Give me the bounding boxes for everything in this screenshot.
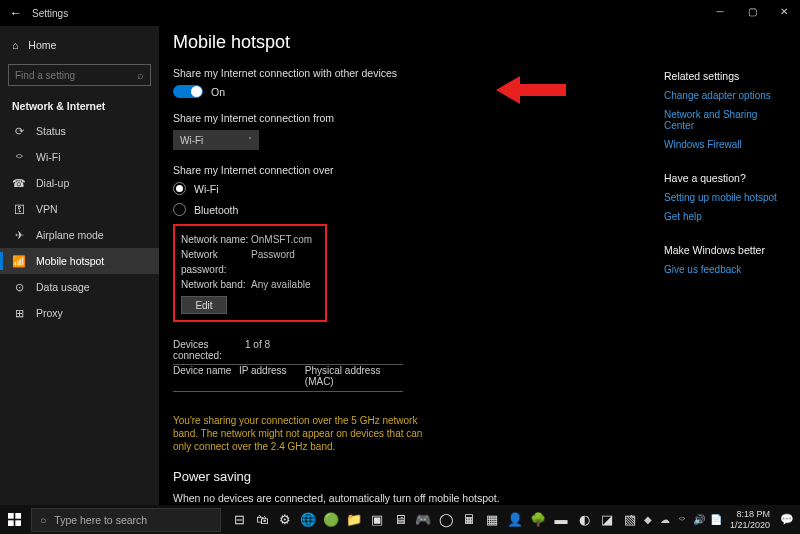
tray-app-icon[interactable]: ◆ bbox=[641, 505, 656, 534]
svg-marker-0 bbox=[496, 76, 566, 104]
tray-chevron-icon[interactable]: ˄ bbox=[624, 505, 639, 534]
from-dropdown[interactable]: Wi-Fi ˅ bbox=[173, 130, 259, 150]
col-ip: IP address bbox=[239, 365, 305, 387]
app4-icon[interactable]: 🌳 bbox=[527, 505, 549, 534]
window-titlebar: ← Settings ─ ▢ ✕ bbox=[0, 0, 800, 26]
sidebar-item-label: Wi-Fi bbox=[36, 151, 61, 163]
taskbar-search-placeholder: Type here to search bbox=[54, 514, 147, 526]
network-name-value: OnMSFT.com bbox=[251, 232, 312, 247]
hotspot-icon: 📶 bbox=[12, 255, 26, 268]
sidebar-item-status[interactable]: ⟳ Status bbox=[0, 118, 159, 144]
link-feedback[interactable]: Give us feedback bbox=[664, 264, 786, 275]
tray-volume-icon[interactable]: 🔊 bbox=[692, 505, 707, 534]
link-adapter-options[interactable]: Change adapter options bbox=[664, 90, 786, 101]
proxy-icon: ⊞ bbox=[12, 307, 26, 320]
task-view-icon[interactable]: ⊟ bbox=[228, 505, 250, 534]
link-setup-hotspot[interactable]: Setting up mobile hotspot bbox=[664, 192, 786, 203]
sidebar-item-label: Mobile hotspot bbox=[36, 255, 104, 267]
search-icon: ○ bbox=[40, 514, 46, 526]
back-icon[interactable]: ← bbox=[10, 6, 22, 20]
main-content: Mobile hotspot Share my Internet connect… bbox=[159, 26, 800, 505]
app7-icon[interactable]: ◪ bbox=[596, 505, 618, 534]
notifications-icon[interactable]: 💬 bbox=[776, 513, 798, 526]
from-dropdown-value: Wi-Fi bbox=[180, 135, 203, 146]
edge-icon[interactable]: 🌐 bbox=[297, 505, 319, 534]
right-column: Related settings Change adapter options … bbox=[664, 70, 786, 283]
power-saving-label: When no devices are connected, automatic… bbox=[173, 492, 786, 504]
radio-label: Bluetooth bbox=[194, 204, 238, 216]
taskbar-time: 8:18 PM bbox=[730, 509, 770, 520]
edge-dev-icon[interactable]: 🟢 bbox=[320, 505, 342, 534]
app5-icon[interactable]: ▬ bbox=[550, 505, 572, 534]
sidebar-item-hotspot[interactable]: 📶 Mobile hotspot bbox=[0, 248, 159, 274]
maximize-button[interactable]: ▢ bbox=[736, 0, 768, 22]
col-mac: Physical address (MAC) bbox=[305, 365, 403, 387]
sidebar-item-proxy[interactable]: ⊞ Proxy bbox=[0, 300, 159, 326]
tray-onedrive-icon[interactable]: ☁ bbox=[658, 505, 673, 534]
sidebar-item-label: Status bbox=[36, 125, 66, 137]
page-title: Mobile hotspot bbox=[173, 32, 786, 53]
link-get-help[interactable]: Get help bbox=[664, 211, 786, 222]
app6-icon[interactable]: ◐ bbox=[573, 505, 595, 534]
close-button[interactable]: ✕ bbox=[768, 0, 800, 22]
search-icon: ⌕ bbox=[137, 69, 144, 81]
sidebar-item-label: Dial-up bbox=[36, 177, 69, 189]
window-title: Settings bbox=[32, 8, 68, 19]
terminal-icon[interactable]: ▣ bbox=[366, 505, 388, 534]
edit-button[interactable]: Edit bbox=[181, 296, 227, 314]
calc-icon[interactable]: 🖩 bbox=[458, 505, 480, 534]
wifi-icon: ⌔ bbox=[12, 151, 26, 163]
taskbar-date: 1/21/2020 bbox=[730, 520, 770, 531]
tray-network-icon[interactable]: ⌔ bbox=[675, 505, 690, 534]
sidebar-section-title: Network & Internet bbox=[0, 92, 159, 118]
dialup-icon: ☎ bbox=[12, 177, 26, 190]
link-firewall[interactable]: Windows Firewall bbox=[664, 139, 786, 150]
start-button[interactable] bbox=[0, 505, 28, 534]
sidebar-item-vpn[interactable]: ⚿ VPN bbox=[0, 196, 159, 222]
band-warning: You're sharing your connection over the … bbox=[173, 414, 423, 453]
app3-icon[interactable]: 👤 bbox=[504, 505, 526, 534]
question-heading: Have a question? bbox=[664, 172, 786, 184]
settings-icon[interactable]: ⚙ bbox=[274, 505, 296, 534]
airplane-icon: ✈ bbox=[12, 229, 26, 242]
svg-rect-1 bbox=[8, 513, 14, 519]
home-icon: ⌂ bbox=[12, 39, 18, 51]
sidebar-home[interactable]: ⌂ Home bbox=[0, 32, 159, 58]
radio-icon bbox=[173, 203, 186, 216]
store-icon[interactable]: 🛍 bbox=[251, 505, 273, 534]
taskbar-pinned: ⊟ 🛍 ⚙ 🌐 🟢 📁 ▣ 🖥 🎮 ◯ 🖩 ▦ 👤 🌳 ▬ ◐ ◪ ▧ bbox=[228, 505, 641, 534]
search-input[interactable] bbox=[15, 70, 115, 81]
sidebar-home-label: Home bbox=[28, 39, 56, 51]
taskbar-search[interactable]: ○ Type here to search bbox=[31, 508, 221, 532]
minimize-button[interactable]: ─ bbox=[704, 0, 736, 22]
devices-table-header: Device name IP address Physical address … bbox=[173, 365, 403, 392]
tray-lang-icon[interactable]: 📄 bbox=[709, 505, 724, 534]
radio-label: Wi-Fi bbox=[194, 183, 219, 195]
sidebar-item-label: Proxy bbox=[36, 307, 63, 319]
xbox-icon[interactable]: 🎮 bbox=[412, 505, 434, 534]
svg-rect-3 bbox=[8, 520, 14, 526]
power-saving-heading: Power saving bbox=[173, 469, 786, 484]
sidebar-item-datausage[interactable]: ⊙ Data usage bbox=[0, 274, 159, 300]
share-toggle[interactable] bbox=[173, 85, 203, 98]
sidebar-item-dialup[interactable]: ☎ Dial-up bbox=[0, 170, 159, 196]
taskbar-clock[interactable]: 8:18 PM 1/21/2020 bbox=[726, 509, 774, 531]
system-tray: ˄ ◆ ☁ ⌔ 🔊 📄 8:18 PM 1/21/2020 💬 bbox=[624, 505, 800, 534]
link-network-sharing[interactable]: Network and Sharing Center bbox=[664, 109, 786, 131]
col-device-name: Device name bbox=[173, 365, 239, 387]
app-icon[interactable]: 🖥 bbox=[389, 505, 411, 534]
sidebar-search[interactable]: ⌕ bbox=[8, 64, 151, 86]
explorer-icon[interactable]: 📁 bbox=[343, 505, 365, 534]
cortana-icon[interactable]: ◯ bbox=[435, 505, 457, 534]
radio-icon bbox=[173, 182, 186, 195]
sidebar-item-airplane[interactable]: ✈ Airplane mode bbox=[0, 222, 159, 248]
sidebar-item-wifi[interactable]: ⌔ Wi-Fi bbox=[0, 144, 159, 170]
network-info-box: Network name:OnMSFT.com Network password… bbox=[173, 224, 327, 322]
network-band-key: Network band: bbox=[181, 277, 251, 292]
app2-icon[interactable]: ▦ bbox=[481, 505, 503, 534]
related-settings-heading: Related settings bbox=[664, 70, 786, 82]
devices-connected-key: Devices connected: bbox=[173, 339, 245, 361]
network-name-key: Network name: bbox=[181, 232, 251, 247]
network-pass-key: Network password: bbox=[181, 247, 251, 277]
sidebar-item-label: Airplane mode bbox=[36, 229, 104, 241]
